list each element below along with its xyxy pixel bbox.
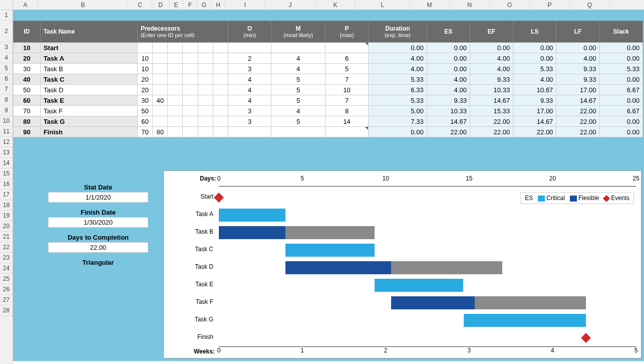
cell-p3[interactable] bbox=[183, 95, 198, 106]
col-header-K[interactable]: K bbox=[315, 0, 356, 10]
row-header-24[interactable]: 24 bbox=[0, 263, 13, 274]
cell-p5[interactable] bbox=[213, 64, 228, 74]
cell-es[interactable]: 22.00 bbox=[427, 127, 470, 137]
cell-p1[interactable] bbox=[153, 53, 168, 64]
row-header-22[interactable]: 22 bbox=[0, 242, 13, 253]
cell-lf[interactable]: 22.00 bbox=[556, 106, 599, 116]
cell-ef[interactable]: 0.00 bbox=[470, 43, 513, 53]
cell-p[interactable] bbox=[326, 127, 369, 137]
row-header-18[interactable]: 18 bbox=[0, 200, 13, 211]
row-header-23[interactable]: 23 bbox=[0, 253, 13, 263]
cell-p2[interactable] bbox=[168, 106, 183, 116]
cell-id[interactable]: 80 bbox=[14, 116, 41, 127]
cell-slack[interactable]: 6.67 bbox=[599, 106, 642, 116]
cell-p5[interactable] bbox=[213, 43, 228, 53]
cell-es[interactable]: 0.00 bbox=[427, 64, 470, 74]
col-header-A[interactable]: A bbox=[13, 0, 38, 10]
row-header-1[interactable]: 1 bbox=[0, 10, 13, 21]
cell-name[interactable]: Task G bbox=[40, 116, 137, 127]
cell-o[interactable]: 4 bbox=[228, 74, 271, 85]
row-header-3[interactable]: 3 bbox=[0, 42, 13, 53]
col-header-I[interactable]: I bbox=[225, 0, 265, 10]
cell-p1[interactable]: 40 bbox=[153, 95, 168, 106]
cell-es[interactable]: 10.33 bbox=[427, 106, 470, 116]
cell-ls[interactable]: 0.00 bbox=[513, 43, 556, 53]
row-header-11[interactable]: 11 bbox=[0, 126, 13, 137]
cell-dur[interactable]: 6.33 bbox=[369, 85, 427, 95]
cell-p2[interactable] bbox=[168, 43, 183, 53]
cell-name[interactable]: Start bbox=[40, 43, 137, 53]
cell-p1[interactable] bbox=[153, 43, 168, 53]
cell-p5[interactable] bbox=[213, 116, 228, 127]
header-id[interactable]: ID bbox=[14, 21, 41, 43]
row-header-5[interactable]: 5 bbox=[0, 63, 13, 74]
cell-es[interactable]: 9.33 bbox=[427, 95, 470, 106]
cell-p3[interactable] bbox=[183, 85, 198, 95]
cell-slack[interactable]: 5.33 bbox=[599, 64, 642, 74]
cell-name[interactable]: Task A bbox=[40, 53, 137, 64]
cell-name[interactable]: Finish bbox=[40, 127, 137, 137]
cell-p0[interactable] bbox=[137, 43, 152, 53]
cell-slack[interactable]: 0.00 bbox=[599, 53, 642, 64]
cell-p3[interactable] bbox=[183, 64, 198, 74]
cell-p3[interactable] bbox=[183, 74, 198, 85]
cell-p1[interactable] bbox=[153, 116, 168, 127]
cell-p[interactable] bbox=[326, 43, 369, 53]
cell-dur[interactable]: 4.00 bbox=[369, 64, 427, 74]
cell-p2[interactable] bbox=[168, 85, 183, 95]
cell-dur[interactable]: 0.00 bbox=[369, 43, 427, 53]
cell-id[interactable]: 70 bbox=[14, 106, 41, 116]
row-header-12[interactable]: 12 bbox=[0, 137, 13, 147]
header-pred[interactable]: Predecessors(Enter one ID per cell) bbox=[137, 21, 228, 43]
cell-lf[interactable]: 22.00 bbox=[556, 116, 599, 127]
col-header-E[interactable]: E bbox=[169, 0, 183, 10]
col-header-Q[interactable]: Q bbox=[570, 0, 610, 10]
cell-es[interactable]: 4.00 bbox=[427, 74, 470, 85]
cell-es[interactable]: 0.00 bbox=[427, 53, 470, 64]
cell-m[interactable] bbox=[271, 43, 326, 53]
cell-p3[interactable] bbox=[183, 53, 198, 64]
cell-p0[interactable]: 70 bbox=[137, 127, 152, 137]
cell-o[interactable]: 2 bbox=[228, 53, 271, 64]
cell-o[interactable]: 3 bbox=[228, 116, 271, 127]
cell-slack[interactable]: 0.00 bbox=[599, 127, 642, 137]
col-header-P[interactable]: P bbox=[530, 0, 570, 10]
cell-p[interactable]: 10 bbox=[326, 85, 369, 95]
cell-p1[interactable] bbox=[153, 74, 168, 85]
row-header-28[interactable]: 28 bbox=[0, 305, 13, 316]
cell-ls[interactable]: 10.67 bbox=[513, 85, 556, 95]
cell-id[interactable]: 10 bbox=[14, 43, 41, 53]
cell-m[interactable]: 4 bbox=[271, 53, 326, 64]
cell-name[interactable]: Task E bbox=[40, 95, 137, 106]
gantt-chart[interactable]: Days: 0510152025 ES Critical Flexible Ev… bbox=[163, 170, 641, 358]
cell-m[interactable] bbox=[271, 127, 326, 137]
cell-name[interactable]: Task D bbox=[40, 85, 137, 95]
header-slack[interactable]: Slack bbox=[599, 21, 642, 43]
row-header-7[interactable]: 7 bbox=[0, 84, 13, 95]
cell-lf[interactable]: 9.33 bbox=[556, 74, 599, 85]
row-header-17[interactable]: 17 bbox=[0, 190, 13, 200]
header-lf[interactable]: LF bbox=[556, 21, 599, 43]
cell-p5[interactable] bbox=[213, 95, 228, 106]
cell-p[interactable]: 8 bbox=[326, 106, 369, 116]
cell-lf[interactable]: 14.67 bbox=[556, 95, 599, 106]
select-all-corner[interactable] bbox=[0, 0, 13, 10]
cell-dur[interactable]: 5.00 bbox=[369, 106, 427, 116]
row-header-8[interactable]: 8 bbox=[0, 95, 13, 105]
col-header-O[interactable]: O bbox=[490, 0, 530, 10]
cell-p5[interactable] bbox=[213, 74, 228, 85]
cell-ef[interactable]: 10.33 bbox=[470, 85, 513, 95]
row-header-6[interactable]: 6 bbox=[0, 74, 13, 84]
cell-p3[interactable] bbox=[183, 43, 198, 53]
header-dur[interactable]: Duration(exp. time) bbox=[369, 21, 427, 43]
cell-o[interactable] bbox=[228, 43, 271, 53]
header-p[interactable]: P(max) bbox=[326, 21, 369, 43]
cell-p4[interactable] bbox=[198, 127, 213, 137]
cell-ls[interactable]: 14.67 bbox=[513, 116, 556, 127]
cell-dur[interactable]: 5.33 bbox=[369, 74, 427, 85]
cell-p0[interactable]: 30 bbox=[137, 95, 152, 106]
cell-p5[interactable] bbox=[213, 53, 228, 64]
cell-p4[interactable] bbox=[198, 64, 213, 74]
days-completion-value[interactable]: 22.00 bbox=[48, 242, 148, 253]
cell-ls[interactable]: 17.00 bbox=[513, 106, 556, 116]
